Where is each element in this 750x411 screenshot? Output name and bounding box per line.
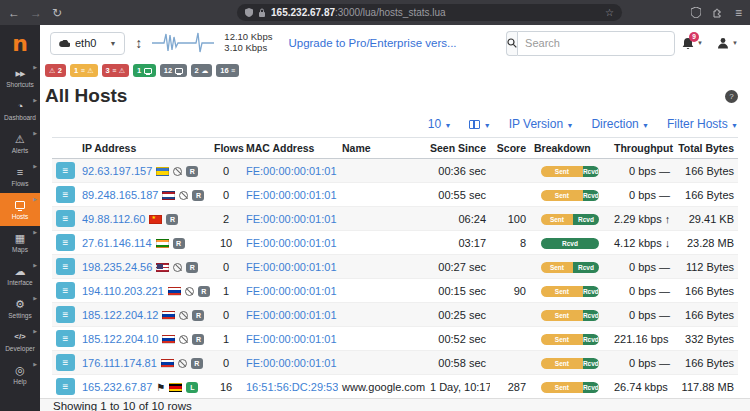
page-size-dropdown[interactable]: 10 ▼ xyxy=(428,117,452,131)
extension-puzzle-icon[interactable] xyxy=(713,8,723,18)
mac-link[interactable]: FE:00:00:00:01:01 xyxy=(246,237,337,249)
sidebar-item-maps[interactable]: ▦Maps▶ xyxy=(0,226,40,259)
ip-link[interactable]: 198.235.24.56 xyxy=(82,261,152,273)
forward-icon[interactable]: → xyxy=(30,7,42,19)
mac-link[interactable]: FE:00:00:00:01:01 xyxy=(246,165,337,177)
back-icon[interactable]: ← xyxy=(8,7,20,19)
host-menu-button[interactable]: ≡ xyxy=(56,378,75,395)
sidebar-item-shortcuts[interactable]: ▶▶Shortcuts▶ xyxy=(0,61,40,94)
host-menu-button[interactable]: ≡ xyxy=(56,162,75,179)
throughput-cell: 0 bps — xyxy=(610,279,672,303)
mac-link[interactable]: FE:00:00:00:01:01 xyxy=(246,261,337,273)
ntopng-logo[interactable]: n xyxy=(0,25,40,61)
host-menu-button[interactable]: ≡ xyxy=(56,354,75,371)
seen-since-cell: 03:17 xyxy=(426,231,490,255)
alert-badge-2[interactable]: 1≡⚠ xyxy=(70,64,98,77)
user-menu-button[interactable]: ▼ xyxy=(717,37,738,49)
mac-link[interactable]: 16:51:56:DC:29:53 xyxy=(246,381,338,393)
country-flag-ua xyxy=(156,167,169,176)
menu-icon[interactable]: ≡ xyxy=(735,7,742,19)
score-cell: 100 xyxy=(490,207,530,231)
ip-link[interactable]: 49.88.112.60 xyxy=(82,213,145,225)
url-bar[interactable]: 165.232.67.87:3000/lua/hosts_stats.lua ☆ xyxy=(237,4,622,21)
mac-link[interactable]: FE:00:00:00:01:01 xyxy=(246,333,337,345)
column-header-IP Address[interactable]: IP Address xyxy=(78,138,210,159)
alert-badge-3[interactable]: 3≡⚠ xyxy=(102,64,130,77)
help-icon[interactable]: ? xyxy=(725,90,738,103)
traffic-rates: 12.10 Kbps 3.10 Kbps xyxy=(224,32,272,54)
host-menu-button[interactable]: ≡ xyxy=(56,330,75,347)
url-text: 165.232.67.87:3000/lua/hosts_stats.lua xyxy=(271,7,446,18)
breakdown-cell: SentRcvd xyxy=(530,351,610,375)
upgrade-link[interactable]: Upgrade to Pro/Enterprise vers... xyxy=(288,37,456,49)
column-header-Breakdown[interactable]: Breakdown xyxy=(530,138,610,159)
sidebar-item-dashboard[interactable]: ◔Dashboard▶ xyxy=(0,94,40,127)
chevron-down-icon: ▼ xyxy=(109,40,116,47)
throughput-cell: 2.29 kbps ↑ xyxy=(610,207,672,231)
sidebar-item-help[interactable]: ◎Help▶ xyxy=(0,358,40,391)
maps-icon: ▦ xyxy=(15,232,25,244)
ip-cell: 185.122.204.10R xyxy=(78,327,210,351)
direction-dropdown[interactable]: Direction ▼ xyxy=(591,117,649,131)
column-header-Seen Since[interactable]: Seen Since xyxy=(426,138,490,159)
alert-badge-6[interactable]: 2☁ xyxy=(191,64,213,77)
ip-link[interactable]: 92.63.197.157 xyxy=(82,165,152,177)
chevron-right-icon: ▶ xyxy=(33,97,37,103)
host-menu-button[interactable]: ≡ xyxy=(56,186,75,203)
mac-link[interactable]: FE:00:00:00:01:01 xyxy=(246,189,337,201)
columns-dropdown[interactable]: ▼ xyxy=(469,117,490,131)
column-header-Total Bytes[interactable]: Total Bytes xyxy=(672,138,738,159)
sidebar-item-flows[interactable]: ≡Flows▶ xyxy=(0,160,40,193)
mac-link[interactable]: FE:00:00:00:01:01 xyxy=(246,285,337,297)
host-menu-button[interactable]: ≡ xyxy=(56,234,75,251)
chevron-down-icon: ▼ xyxy=(642,122,649,129)
interface-select[interactable]: eth0 ▼ xyxy=(50,32,125,55)
column-header-Score[interactable]: Score xyxy=(490,138,530,159)
ip-link[interactable]: 185.122.204.10 xyxy=(82,333,158,345)
alert-badge-7[interactable]: 16≡ xyxy=(216,64,239,77)
breakdown-bar: Rcvd xyxy=(541,238,599,249)
chevron-right-icon: ▶ xyxy=(33,196,37,202)
filter-hosts-dropdown[interactable]: Filter Hosts ▼ xyxy=(667,117,738,131)
sidebar-item-alerts[interactable]: ⚠Alerts▶ xyxy=(0,127,40,160)
column-header-MAC Address[interactable]: MAC Address xyxy=(242,138,338,159)
bookmark-star-icon[interactable]: ☆ xyxy=(605,7,614,18)
host-menu-button[interactable]: ≡ xyxy=(56,306,75,323)
ip-link[interactable]: 176.111.174.81 xyxy=(82,357,157,369)
ip-link[interactable]: 185.122.204.12 xyxy=(82,309,158,321)
mac-link[interactable]: FE:00:00:00:01:01 xyxy=(246,309,337,321)
sidebar-item-hosts[interactable]: Hosts▶ xyxy=(0,193,40,226)
ip-link[interactable]: 165.232.67.87 xyxy=(82,381,152,393)
column-header-Name[interactable]: Name xyxy=(338,138,426,159)
host-menu-button[interactable]: ≡ xyxy=(56,258,75,275)
badge-count: 1 xyxy=(137,66,141,75)
host-menu-button[interactable]: ≡ xyxy=(56,282,75,299)
ip-link[interactable]: 89.248.165.187 xyxy=(82,189,158,201)
mac-link[interactable]: FE:00:00:00:01:01 xyxy=(246,213,337,225)
ip-link[interactable]: 27.61.146.114 xyxy=(82,237,152,249)
ip-version-dropdown[interactable]: IP Version ▼ xyxy=(509,117,574,131)
breakdown-cell: SentRcvd xyxy=(530,303,610,327)
alert-badge-4[interactable]: 1 xyxy=(133,64,156,77)
sidebar-item-settings[interactable]: ⚙Settings▶ xyxy=(0,292,40,325)
alert-badge-5[interactable]: 12 xyxy=(160,64,187,77)
column-header-Throughput[interactable]: Throughput xyxy=(610,138,672,159)
flows-icon: ≡ xyxy=(17,166,23,178)
search-input[interactable] xyxy=(517,31,675,56)
notifications-button[interactable]: 9 ▼ xyxy=(682,37,703,50)
sidebar-item-developer[interactable]: </>Developer▶ xyxy=(0,325,40,358)
ip-cell: 176.111.174.81R xyxy=(78,351,210,375)
reload-icon[interactable]: ↻ xyxy=(52,7,62,19)
settings-icon: ⚙ xyxy=(15,298,25,310)
sidebar-item-interface[interactable]: ☁Interface▶ xyxy=(0,259,40,292)
ip-link[interactable]: 194.110.203.221 xyxy=(82,285,164,297)
column-header-icon[interactable] xyxy=(52,138,78,159)
host-menu-button[interactable]: ≡ xyxy=(56,210,75,227)
mac-link[interactable]: FE:00:00:00:01:01 xyxy=(246,357,337,369)
tracking-shield-icon[interactable] xyxy=(691,7,701,18)
flows-cell: 2 xyxy=(210,207,242,231)
search-button[interactable] xyxy=(506,31,517,56)
column-header-Flows[interactable]: Flows xyxy=(210,138,242,159)
throughput-value: 0 bps xyxy=(629,261,659,273)
alert-badge-1[interactable]: ⚠2 xyxy=(45,64,66,77)
